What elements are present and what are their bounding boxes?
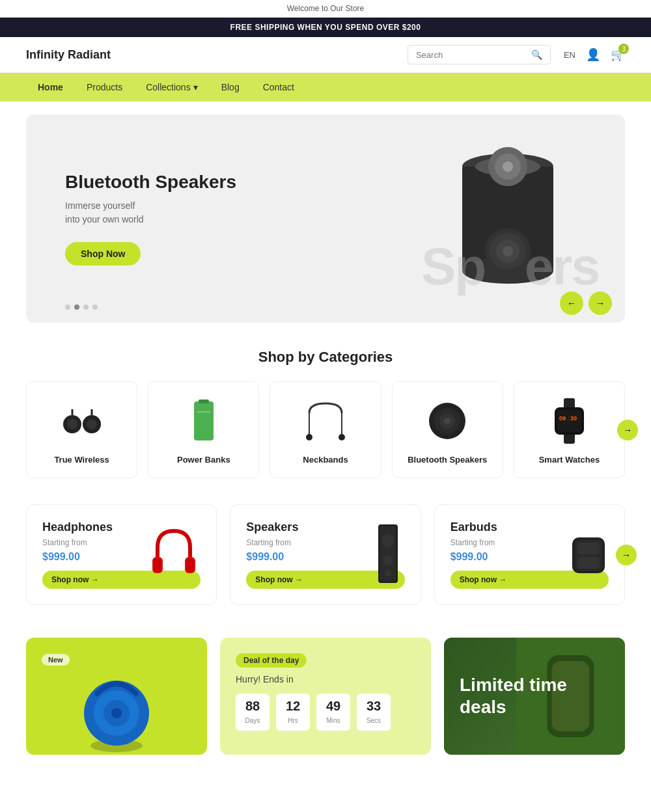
header: Infinity Radiant 🔍 EN 👤 🛒 3: [0, 37, 651, 73]
categories-grid: True Wireless Power Banks: [26, 381, 625, 478]
shipping-banner: FREE SHIPPING WHEN YOU SPEND OVER $200: [0, 18, 651, 37]
categories-title: Shop by Categories: [0, 349, 651, 366]
limited-deals-card: Limited timedeals: [444, 638, 625, 755]
power-banks-icon: [178, 395, 230, 447]
hero-next-button[interactable]: →: [589, 291, 612, 315]
deal-card-speakers: Speakers Starting from $999.00 Shop now …: [230, 504, 421, 605]
category-name-neckbands: Neckbands: [303, 455, 348, 465]
categories-container: True Wireless Power Banks: [0, 381, 651, 478]
cart-icon[interactable]: 🛒 3: [611, 47, 625, 62]
countdown-days-value: 88: [243, 699, 262, 714]
hero-dot-1[interactable]: [65, 304, 70, 310]
category-card-neckbands[interactable]: Neckbands: [270, 381, 381, 478]
logo: Infinity Radiant: [26, 48, 111, 62]
speakers-image: [368, 521, 408, 589]
hero-dots: [65, 304, 98, 310]
countdown-secs: 33 Secs: [357, 694, 391, 731]
countdown-hrs: 12 Hrs: [276, 694, 310, 731]
deals-section: Headphones Starting from $999.00 Shop no…: [0, 478, 651, 618]
svg-point-12: [67, 419, 77, 429]
hero-navigation: ← →: [560, 291, 612, 315]
hero-dot-3[interactable]: [83, 304, 89, 310]
new-product-card: New: [26, 638, 207, 755]
svg-point-5: [503, 161, 513, 172]
countdown-mins-label: Mins: [326, 717, 340, 724]
dropdown-chevron-icon: ▾: [193, 82, 198, 92]
cart-badge: 3: [618, 44, 629, 54]
deals-next-button[interactable]: →: [616, 545, 637, 565]
countdown-timer: 88 Days 12 Hrs 49 Mins 33 Secs: [236, 694, 415, 731]
nav-item-collections[interactable]: Collections ▾: [134, 73, 209, 102]
countdown-mins-value: 49: [324, 699, 342, 714]
svg-point-27: [444, 418, 450, 424]
search-bar[interactable]: 🔍: [408, 45, 551, 64]
language-selector[interactable]: EN: [564, 50, 575, 60]
search-icon[interactable]: 🔍: [531, 49, 542, 60]
shipping-text: FREE SHIPPING WHEN YOU SPEND OVER $200: [230, 23, 421, 32]
deal-of-day-badge: Deal of the day: [236, 653, 307, 668]
countdown-secs-label: Secs: [367, 717, 381, 724]
svg-point-43: [385, 570, 391, 576]
svg-rect-46: [577, 543, 600, 554]
deal-card-earbuds: Earbuds Starting from $999.00 Shop now →: [434, 504, 625, 605]
hero-banner: Bluetooth Speakers Immerse yourselfinto …: [26, 115, 625, 323]
search-input[interactable]: [416, 50, 531, 60]
svg-text::: :: [568, 415, 570, 422]
welcome-text: Welcome to Our Store: [287, 4, 365, 13]
bottom-section: New Deal of the day Hurry! Ends in 88 Da…: [26, 638, 625, 755]
category-name-smart-watches: Smart Watches: [539, 455, 600, 465]
true-wireless-icon: [56, 395, 108, 447]
new-badge: New: [42, 654, 70, 666]
deals-grid: Headphones Starting from $999.00 Shop no…: [26, 504, 625, 605]
hurry-text: Hurry! Ends in: [236, 674, 415, 684]
category-name-true-wireless: True Wireless: [54, 455, 109, 465]
svg-point-42: [383, 555, 393, 565]
svg-rect-29: [564, 433, 575, 444]
hero-product-image: [443, 134, 573, 306]
svg-rect-37: [154, 558, 161, 572]
countdown-secs-value: 33: [365, 699, 383, 714]
svg-rect-47: [577, 557, 600, 569]
nav-item-blog[interactable]: Blog: [210, 73, 251, 102]
limited-deals-title: Limited timedeals: [460, 674, 609, 718]
category-card-bluetooth-speakers[interactable]: Bluetooth Speakers: [392, 381, 503, 478]
hero-dot-2[interactable]: [74, 304, 79, 310]
categories-section: Shop by Categories True Wireless: [0, 349, 651, 478]
svg-rect-17: [194, 401, 214, 440]
hero-cta-button[interactable]: Shop Now: [65, 242, 141, 265]
header-actions: EN 👤 🛒 3: [564, 47, 625, 62]
navigation: Home Products Collections ▾ Blog Contact: [0, 73, 651, 102]
countdown-days-label: Days: [245, 717, 260, 724]
category-card-true-wireless[interactable]: True Wireless: [26, 381, 137, 478]
categories-next-button[interactable]: →: [617, 420, 638, 440]
new-product-image: [77, 661, 156, 755]
deal-card-headphones: Headphones Starting from $999.00 Shop no…: [26, 504, 217, 605]
bluetooth-speakers-icon: [421, 395, 473, 447]
hero-prev-button[interactable]: ←: [560, 291, 583, 315]
countdown-hrs-value: 12: [284, 699, 302, 714]
limited-deals-text: Limited timedeals: [460, 674, 609, 718]
svg-rect-19: [197, 411, 210, 413]
headphones-image: [145, 524, 203, 586]
countdown-days: 88 Days: [236, 694, 270, 731]
nav-item-home[interactable]: Home: [26, 73, 75, 102]
nav-item-contact[interactable]: Contact: [251, 73, 306, 102]
user-icon[interactable]: 👤: [586, 47, 600, 62]
svg-point-23: [339, 434, 345, 440]
smart-watches-icon: 09 : 30: [543, 395, 595, 447]
hero-dot-4[interactable]: [92, 304, 98, 310]
svg-point-21: [306, 434, 312, 440]
countdown-hrs-label: Hrs: [288, 717, 298, 724]
svg-rect-28: [564, 398, 575, 409]
welcome-bar: Welcome to Our Store: [0, 0, 651, 18]
category-card-power-banks[interactable]: Power Banks: [148, 381, 259, 478]
category-card-smart-watches[interactable]: 09 : 30 Smart Watches: [514, 381, 625, 478]
nav-item-products[interactable]: Products: [75, 73, 134, 102]
svg-rect-18: [199, 399, 209, 403]
neckbands-icon: [299, 395, 352, 447]
svg-point-10: [503, 246, 513, 256]
svg-point-15: [87, 419, 97, 429]
svg-text:30: 30: [570, 415, 577, 422]
svg-rect-38: [186, 558, 194, 572]
hero-text: Bluetooth Speakers Immerse yourselfinto …: [65, 172, 236, 265]
